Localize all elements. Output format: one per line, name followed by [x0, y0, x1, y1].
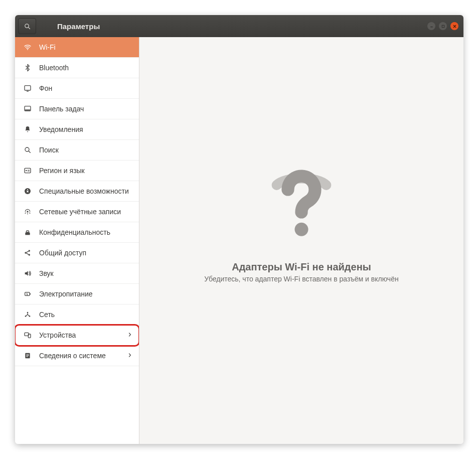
window-body: Wi-FiBluetoothФонПанель задачУведомления… [15, 37, 463, 444]
titlebar: Параметры [15, 15, 463, 37]
accounts-icon [22, 208, 33, 216]
bell-icon [22, 125, 33, 133]
sidebar-item-sound[interactable]: Звук [15, 263, 139, 284]
search-icon [22, 146, 33, 154]
sidebar-item-label: Bluetooth [39, 64, 133, 72]
sidebar: Wi-FiBluetoothФонПанель задачУведомления… [15, 37, 139, 444]
question-wifi-icon [256, 158, 347, 248]
sidebar-item-privacy[interactable]: Конфиденциальность [15, 222, 139, 243]
close-icon [452, 24, 457, 29]
search-icon [24, 23, 31, 30]
sidebar-item-label: Специальные возможности [39, 187, 133, 195]
sidebar-item-label: Общий доступ [39, 249, 133, 257]
sidebar-item-search[interactable]: Поиск [15, 140, 139, 161]
sidebar-item-wifi[interactable]: Wi-Fi [15, 37, 139, 58]
sidebar-item-label: Сетевые учётные записи [39, 208, 133, 216]
sidebar-item-label: Уведомления [39, 125, 133, 133]
sidebar-item-label: Панель задач [39, 105, 133, 113]
sidebar-item-label: Сведения о системе [39, 352, 127, 360]
accessibility-icon [22, 187, 33, 195]
bluetooth-icon [22, 64, 33, 72]
sidebar-item-label: Устройства [39, 331, 127, 339]
devices-icon [22, 331, 33, 339]
sidebar-item-label: Электропитание [39, 290, 133, 298]
background-icon [22, 84, 33, 92]
sidebar-item-accessibility[interactable]: Специальные возможности [15, 181, 139, 202]
close-button[interactable] [450, 22, 458, 30]
region-icon [22, 167, 33, 175]
window-title: Параметры [57, 22, 100, 31]
sidebar-item-label: Wi-Fi [39, 43, 133, 51]
chevron-right-icon [127, 331, 133, 339]
sidebar-item-background[interactable]: Фон [15, 78, 139, 99]
wifi-icon [22, 43, 33, 51]
empty-state-heading: Адаптеры Wi-Fi не найдены [232, 261, 371, 273]
titlebar-search-button[interactable] [18, 18, 36, 34]
maximize-button[interactable] [439, 22, 447, 30]
privacy-icon [22, 228, 33, 236]
minimize-icon [429, 24, 434, 29]
sidebar-item-sharing[interactable]: Общий доступ [15, 243, 139, 263]
sidebar-item-dock[interactable]: Панель задач [15, 99, 139, 119]
chevron-right-icon [127, 352, 133, 360]
sharing-icon [22, 249, 33, 257]
dock-icon [22, 105, 33, 113]
sidebar-item-devices[interactable]: Устройства [15, 325, 139, 346]
wifi-empty-state: Адаптеры Wi-Fi не найдены Убедитесь, что… [204, 158, 398, 283]
minimize-button[interactable] [427, 22, 435, 30]
maximize-icon [441, 24, 445, 29]
sidebar-item-power[interactable]: Электропитание [15, 284, 139, 304]
sidebar-item-bluetooth[interactable]: Bluetooth [15, 58, 139, 78]
sidebar-item-label: Поиск [39, 146, 133, 154]
sidebar-item-label: Регион и язык [39, 167, 133, 175]
power-icon [22, 290, 33, 298]
main-panel: Адаптеры Wi-Fi не найдены Убедитесь, что… [139, 37, 463, 444]
sidebar-item-details[interactable]: Сведения о системе [15, 346, 139, 366]
window-controls [427, 22, 463, 30]
empty-state-subtext: Убедитесь, что адаптер Wi-Fi вставлен в … [204, 275, 398, 283]
details-icon [22, 352, 33, 360]
sidebar-item-label: Сеть [39, 311, 133, 319]
sidebar-item-notifications[interactable]: Уведомления [15, 119, 139, 140]
sidebar-item-label: Звук [39, 269, 133, 277]
sound-icon [22, 269, 33, 277]
sidebar-item-region[interactable]: Регион и язык [15, 161, 139, 181]
network-icon [22, 311, 33, 319]
sidebar-item-label: Фон [39, 84, 133, 92]
sidebar-item-online-accts[interactable]: Сетевые учётные записи [15, 202, 139, 222]
sidebar-item-network[interactable]: Сеть [15, 304, 139, 325]
settings-window: Параметры Wi-FiBluetoothФонПанель задачУ… [15, 15, 463, 444]
sidebar-item-label: Конфиденциальность [39, 228, 133, 236]
